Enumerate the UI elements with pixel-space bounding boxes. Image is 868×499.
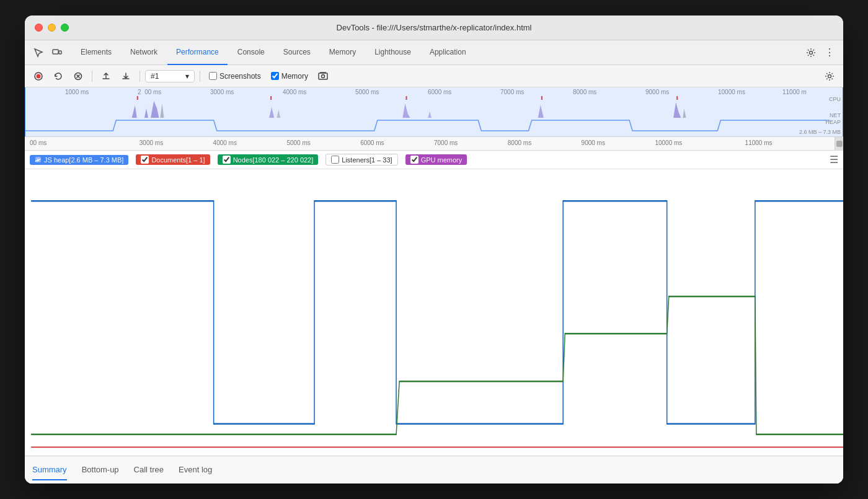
tl-mark-9000: 9000 ms: [582, 139, 605, 146]
svg-rect-6: [319, 73, 327, 79]
svg-point-2: [810, 51, 813, 54]
gpu-checkbox[interactable]: [410, 156, 418, 164]
reload-record-button[interactable]: [50, 68, 67, 85]
settings-gear-icon[interactable]: [802, 44, 820, 61]
tl-mark-6000: 6000 ms: [360, 139, 384, 146]
bottom-tab-summary[interactable]: Summary: [32, 460, 67, 480]
devtools-window: DevTools - file:///Users/stmarthe/x-repl…: [25, 15, 843, 484]
tab-performance[interactable]: Performance: [167, 40, 228, 65]
inspect-element-icon[interactable]: [30, 44, 47, 61]
legend-documents-label: Documents[1 – 1]: [151, 156, 205, 164]
tl-mark-11000: 11000 ms: [745, 139, 773, 146]
memory-checkbox[interactable]: [271, 72, 279, 80]
maximize-button[interactable]: [61, 24, 69, 32]
scrollbar-thumb[interactable]: [836, 141, 843, 147]
bottom-tab-calltree[interactable]: Call tree: [134, 460, 164, 480]
memory-checkbox-label[interactable]: Memory: [271, 72, 308, 81]
bottom-tabs: Summary Bottom-up Call tree Event log: [25, 456, 843, 484]
profile-selector[interactable]: #1 ▾: [145, 70, 195, 82]
close-button[interactable]: [35, 24, 43, 32]
timeline-ruler: 00 ms 3000 ms 4000 ms 5000 ms 6000 ms 70…: [25, 137, 843, 151]
tab-sources[interactable]: Sources: [275, 40, 319, 65]
legend-gpu-label: GPU memory: [421, 156, 463, 164]
tab-network[interactable]: Network: [122, 40, 166, 65]
tl-mark-10000: 10000 ms: [655, 139, 682, 146]
memory-label: Memory: [281, 72, 308, 81]
tl-mark-4000: 4000 ms: [213, 139, 237, 146]
profile-dropdown-icon: ▾: [185, 72, 189, 81]
tab-memory[interactable]: Memory: [321, 40, 365, 65]
titlebar: DevTools - file:///Users/stmarthe/x-repl…: [25, 15, 843, 40]
overview-selection[interactable]: [25, 87, 843, 136]
device-toggle-icon[interactable]: [48, 44, 66, 61]
tab-icons: [30, 44, 66, 61]
bottom-tab-eventlog[interactable]: Event log: [179, 460, 212, 480]
tab-application[interactable]: Application: [421, 40, 475, 65]
timeline-scrollbar[interactable]: [835, 137, 843, 150]
svg-point-8: [828, 74, 831, 77]
cpu-label: CPU: [829, 96, 841, 102]
svg-point-7: [322, 74, 325, 77]
nodes-checkbox[interactable]: [223, 156, 231, 164]
legend-js-heap[interactable]: JS heap[2.6 MB – 7.3 MB]: [30, 155, 128, 165]
legend-nodes-label: Nodes[180 022 – 220 022]: [233, 156, 314, 164]
legend-documents[interactable]: Documents[1 – 1]: [136, 154, 210, 165]
tl-mark-5000: 5000 ms: [286, 139, 310, 146]
legend-gpu[interactable]: GPU memory: [405, 154, 467, 165]
bottom-tab-bottomup[interactable]: Bottom-up: [82, 460, 119, 480]
tl-mark-8000: 8000 ms: [508, 139, 531, 146]
more-options-icon[interactable]: ⋮: [821, 44, 838, 61]
net-heap-label: NETHEAP: [825, 112, 841, 126]
svg-point-4: [37, 74, 41, 78]
tl-mark-0: 00 ms: [30, 139, 46, 146]
screenshots-checkbox-label[interactable]: Screenshots: [209, 72, 261, 81]
svg-rect-0: [53, 50, 58, 54]
overview-area[interactable]: 1000 ms 2000 ms 3000 ms 4000 ms 5000 ms …: [25, 87, 843, 137]
documents-checkbox[interactable]: [141, 156, 149, 164]
screenshots-checkbox[interactable]: [209, 72, 217, 80]
window-title: DevTools - file:///Users/stmarthe/x-repl…: [337, 23, 532, 32]
heap-range-label: 2.6 MB – 7.3 MB: [799, 129, 841, 135]
devtools-body: Elements Network Performance Console Sou…: [25, 40, 843, 484]
traffic-lights: [35, 24, 69, 32]
legend-listeners-label: Listeners[1 – 33]: [342, 156, 392, 164]
legend-menu-icon[interactable]: ☰: [830, 154, 838, 166]
listeners-checkbox[interactable]: [331, 156, 339, 164]
tab-bar: Elements Network Performance Console Sou…: [25, 40, 843, 65]
capture-settings-icon[interactable]: [314, 68, 332, 85]
minimize-button[interactable]: [48, 24, 56, 32]
memory-chart-svg: [25, 169, 843, 456]
tl-mark-7000: 7000 ms: [434, 139, 458, 146]
profile-selector-value: #1: [151, 72, 159, 81]
legend-listeners[interactable]: Listeners[1 – 33]: [326, 154, 397, 166]
separator1: [92, 71, 92, 82]
separator2: [140, 71, 140, 82]
legend-nodes[interactable]: Nodes[180 022 – 220 022]: [218, 154, 319, 165]
legend-js-heap-label: JS heap[2.6 MB – 7.3 MB]: [44, 156, 123, 164]
tab-elements[interactable]: Elements: [72, 40, 120, 65]
screenshots-label: Screenshots: [219, 72, 261, 81]
record-button[interactable]: [30, 68, 47, 85]
separator3: [200, 71, 200, 82]
upload-button[interactable]: [97, 68, 115, 85]
tab-console[interactable]: Console: [229, 40, 273, 65]
clear-button[interactable]: [69, 68, 87, 85]
performance-toolbar: #1 ▾ Screenshots Memory: [25, 65, 843, 87]
tl-mark-3000: 3000 ms: [140, 139, 163, 146]
memory-chart-area: [25, 169, 843, 456]
toolbar-settings-icon[interactable]: [821, 68, 838, 85]
svg-rect-1: [59, 51, 61, 54]
download-button[interactable]: [117, 68, 135, 85]
memory-legend: JS heap[2.6 MB – 7.3 MB] Documents[1 – 1…: [25, 151, 843, 169]
tab-lighthouse[interactable]: Lighthouse: [366, 40, 420, 65]
